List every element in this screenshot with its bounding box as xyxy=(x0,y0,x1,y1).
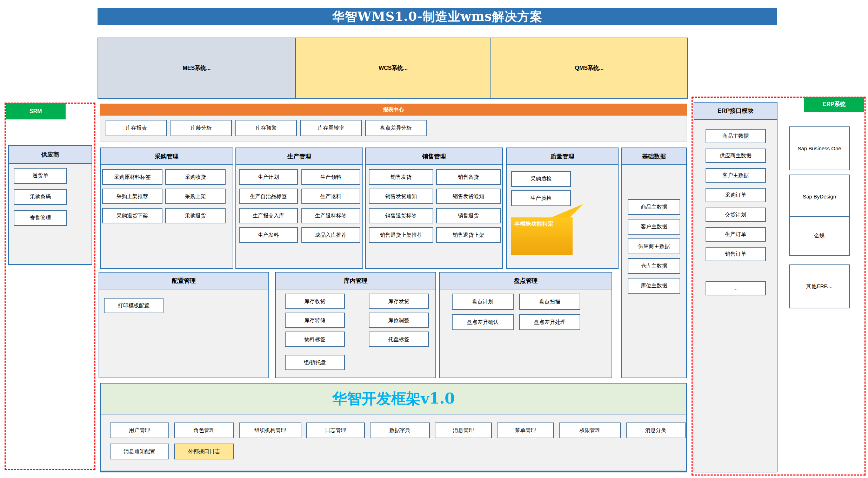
config-panel-title: 配置管理 xyxy=(99,272,269,289)
erp-interface-item: 销售订单 xyxy=(706,247,766,261)
warehouse-item: 库存收货 xyxy=(285,294,345,309)
purchase-panel-title: 采购管理 xyxy=(100,148,233,165)
warehouse-item: 托盘标签 xyxy=(369,332,429,347)
report-item: 盘点差异分析 xyxy=(365,120,427,136)
erp-interface-item: 供应商主数据 xyxy=(706,149,766,163)
purchase-item: 采购原材料标签 xyxy=(102,169,162,185)
erp-system-box: 金蝶 xyxy=(789,216,850,256)
erp-interface-item: 商品主数据 xyxy=(706,129,766,143)
production-item: 生产退料标签 xyxy=(301,208,360,223)
sales-panel-body: 销售发货 销售备货 销售发货通知 销售发货通知 销售退货标签 销售退货 销售退货… xyxy=(365,165,503,269)
stocktake-item: 盘点差异确认 xyxy=(452,314,514,330)
supplier-item: 寄售管理 xyxy=(14,210,67,226)
warehouse-item: 库存发货 xyxy=(369,294,429,309)
basic-data-item: 客户主数据 xyxy=(628,219,680,235)
purchase-item: 采购退货下架 xyxy=(102,208,162,223)
sales-item: 销售发货通知 xyxy=(436,189,501,204)
warehouse-item: 物料标签 xyxy=(285,332,345,347)
sales-item: 销售发货 xyxy=(369,169,433,185)
stocktake-panel-body: 盘点计划 盘点扫描 盘点差异确认 盘点差异处理 xyxy=(439,289,612,378)
supplier-item: 采购条码 xyxy=(14,189,67,205)
quality-item: 生产质检 xyxy=(511,190,571,206)
warehouse-item: 库存转储 xyxy=(285,313,345,328)
callout-tail xyxy=(550,204,583,218)
production-item: 成品入库推荐 xyxy=(301,227,360,243)
config-item: 打印模板配置 xyxy=(104,298,163,313)
sales-item: 销售退货上架推荐 xyxy=(369,227,433,243)
report-item: 库存周转率 xyxy=(300,120,362,136)
config-panel-body: 打印模板配置 xyxy=(99,289,269,378)
wms-architecture-diagram: 华智WMS1.0-制造业wms解决方案 MES系统... WCS系统... QM… xyxy=(0,0,868,478)
production-item: 生产计划 xyxy=(239,169,298,185)
srm-tag: SRM xyxy=(6,103,66,119)
warehouse-panel-title: 库内管理 xyxy=(275,272,436,289)
erp-interface-item: 客户主数据 xyxy=(706,168,766,183)
erp-interface-title: ERP接口模块 xyxy=(694,102,777,120)
purchase-panel-body: 采购原材料标签 采购收货 采购上架推荐 采购上架 采购退货下架 采购退货 xyxy=(100,165,233,269)
erp-interface-item: 生产订单 xyxy=(706,227,766,242)
warehouse-item: 库位调整 xyxy=(369,313,429,328)
quality-callout: 本模块功能待定 xyxy=(511,217,573,255)
erp-system-box: Sap ByDesign xyxy=(789,175,850,218)
sales-item: 销售退货标签 xyxy=(369,208,433,223)
framework-item: 消息管理 xyxy=(435,423,492,438)
sales-item: 销售退货 xyxy=(436,208,501,223)
supplier-panel-title: 供应商 xyxy=(8,145,92,164)
production-item: 生产领料 xyxy=(301,169,360,185)
production-item: 生产报交入库 xyxy=(239,208,298,223)
production-item: 生产发料 xyxy=(239,227,298,243)
framework-item: 消息通知配置 xyxy=(110,444,169,459)
warehouse-item: 组/拆托盘 xyxy=(285,355,345,370)
sales-panel-title: 销售管理 xyxy=(365,148,503,165)
basic-data-item: 供应商主数据 xyxy=(628,238,680,254)
quality-item: 采购质检 xyxy=(511,171,571,187)
basic-data-item: 商品主数据 xyxy=(628,199,680,215)
report-center-title: 报表中心 xyxy=(100,104,687,116)
supplier-panel-body: 送货单 采购条码 寄售管理 xyxy=(8,164,92,265)
framework-title: 华智开发框架v1.0 xyxy=(100,383,687,414)
framework-item: 组织机构管理 xyxy=(239,423,301,438)
diagram-title: 华智WMS1.0-制造业wms解决方案 xyxy=(98,8,777,25)
stocktake-panel-title: 盘点管理 xyxy=(439,272,612,289)
production-item: 生产退料 xyxy=(301,189,360,204)
erp-interface-body: 商品主数据 供应商主数据 客户主数据 采购订单 交货计划 生产订单 销售订单 .… xyxy=(694,120,777,472)
framework-item: 用户管理 xyxy=(110,423,169,438)
warehouse-panel-body: 库存收货 库存发货 库存转储 库位调整 物料标签 托盘标签 组/拆托盘 xyxy=(275,289,436,378)
purchase-item: 采购上架 xyxy=(165,189,226,204)
qms-system-box: QMS系统... xyxy=(490,38,688,99)
erp-interface-item-more: ... xyxy=(706,281,766,295)
framework-item: 日志管理 xyxy=(306,423,365,438)
report-center-body: 库存报表 库龄分析 库存预警 库存周转率 盘点差异分析 xyxy=(100,116,687,142)
framework-item: 数据字典 xyxy=(370,423,430,438)
erp-interface-item: 采购订单 xyxy=(706,188,766,202)
purchase-item: 采购收货 xyxy=(165,169,226,185)
framework-item: 权限管理 xyxy=(559,423,621,438)
sales-item: 销售退货上架 xyxy=(436,227,501,243)
sales-item: 销售备货 xyxy=(436,169,501,185)
report-item: 库龄分析 xyxy=(171,120,232,136)
basic-data-panel-body: 商品主数据 客户主数据 供应商主数据 仓库主数据 库位主数据 xyxy=(621,165,687,378)
stocktake-item: 盘点扫描 xyxy=(519,294,580,310)
wcs-system-box: WCS系统... xyxy=(295,38,491,99)
erp-interface-item: 交货计划 xyxy=(706,208,766,222)
purchase-item: 采购上架推荐 xyxy=(102,189,162,204)
stocktake-item: 盘点差异处理 xyxy=(519,314,580,330)
production-panel-body: 生产计划 生产领料 生产自治品标签 生产退料 生产报交入库 生产退料标签 生产发… xyxy=(235,165,363,269)
framework-row-1: 用户管理 角色管理 组织机构管理 日志管理 数据字典 消息管理 菜单管理 权限管… xyxy=(110,423,686,438)
report-item: 库存预警 xyxy=(235,120,297,136)
framework-item: 菜单管理 xyxy=(497,423,554,438)
production-panel-title: 生产管理 xyxy=(235,148,363,165)
erp-systems-tag: ERP系统 xyxy=(804,97,864,112)
erp-system-box: 其他ERP.... xyxy=(789,264,850,308)
mes-system-box: MES系统... xyxy=(98,38,296,99)
framework-item: 角色管理 xyxy=(174,423,234,438)
report-item: 库存报表 xyxy=(106,120,167,136)
stocktake-item: 盘点计划 xyxy=(452,294,514,310)
framework-item-external-log: 外部接口日志 xyxy=(174,444,234,459)
framework-item: 消息分类 xyxy=(626,423,686,438)
quality-panel-title: 质量管理 xyxy=(506,148,619,165)
basic-data-item: 库位主数据 xyxy=(628,278,680,294)
purchase-item: 采购退货 xyxy=(165,208,226,223)
supplier-item: 送货单 xyxy=(14,168,67,184)
production-item: 生产自治品标签 xyxy=(239,189,298,204)
